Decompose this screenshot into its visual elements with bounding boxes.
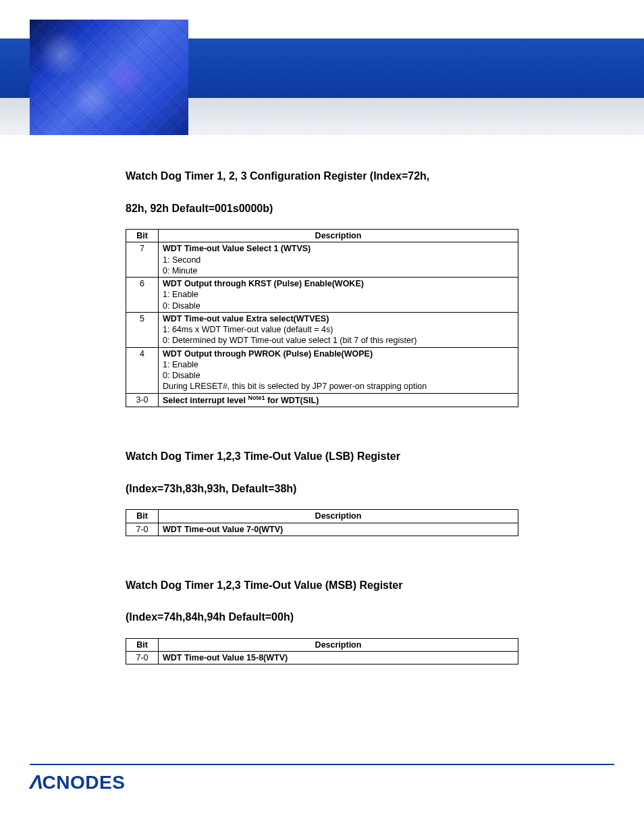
desc-cell: Select interrupt level Note1 for WDT(SIL… bbox=[159, 393, 518, 407]
desc-sup: Note1 bbox=[248, 394, 265, 401]
col-desc: Description bbox=[159, 510, 518, 523]
register-table-3: Bit Description 7-0 WDT Time-out Value 1… bbox=[126, 638, 518, 665]
col-bit: Bit bbox=[126, 230, 159, 242]
col-bit: Bit bbox=[126, 510, 159, 523]
desc-line: 0: Disable bbox=[163, 301, 200, 311]
desc-line: During LRESET#, this bit is selected by … bbox=[163, 382, 427, 391]
section-3-title-line1: Watch Dog Timer 1,2,3 Time-Out Value (MS… bbox=[126, 577, 518, 594]
bit-cell: 3-0 bbox=[126, 393, 159, 407]
desc-line: 1: 64ms x WDT Timer-out value (default =… bbox=[163, 325, 333, 334]
desc-cell: WDT Time-out value Extra select(WTVES) 1… bbox=[159, 312, 518, 347]
desc-title: WDT Time-out Value 15-8(WTV) bbox=[163, 653, 288, 662]
desc-line: 1: Enable bbox=[163, 290, 198, 299]
desc-line: 0: Minute bbox=[163, 266, 197, 276]
section-2-title-line2: (Index=73h,83h,93h, Default=38h) bbox=[126, 480, 518, 498]
table-row: 5 WDT Time-out value Extra select(WTVES)… bbox=[126, 312, 518, 347]
table-header-row: Bit Description bbox=[126, 638, 518, 651]
logo-lambda-icon: Λ bbox=[30, 771, 44, 793]
desc-line: 1: Enable bbox=[163, 360, 198, 369]
register-table-1: Bit Description 7 WDT Time-out Value Sel… bbox=[126, 229, 518, 407]
table-row: 7 WDT Time-out Value Select 1 (WTVS) 1: … bbox=[126, 242, 518, 278]
desc-title-prefix: Select interrupt level bbox=[163, 396, 248, 405]
table-row: 7-0 WDT Time-out Value 15-8(WTV) bbox=[126, 652, 518, 664]
col-bit: Bit bbox=[126, 638, 159, 651]
section-1-title-line1: Watch Dog Timer 1, 2, 3 Configuration Re… bbox=[126, 167, 518, 185]
section-3-title-line2: (Index=74h,84h,94h Default=00h) bbox=[126, 608, 518, 626]
desc-cell: WDT Time-out Value 7-0(WTV) bbox=[159, 523, 518, 536]
table-header-row: Bit Description bbox=[126, 230, 518, 242]
table-header-row: Bit Description bbox=[126, 510, 518, 523]
desc-title: WDT Time-out Value 7-0(WTV) bbox=[163, 525, 283, 534]
bit-cell: 7-0 bbox=[126, 523, 159, 536]
bit-cell: 7-0 bbox=[126, 652, 159, 664]
table-row: 6 WDT Output through KRST (Pulse) Enable… bbox=[126, 278, 518, 313]
desc-line: 1: Second bbox=[163, 255, 200, 265]
col-desc: Description bbox=[159, 230, 518, 242]
bit-cell: 5 bbox=[126, 312, 159, 347]
desc-cell: WDT Time-out Value Select 1 (WTVS) 1: Se… bbox=[159, 242, 518, 278]
register-table-2: Bit Description 7-0 WDT Time-out Value 7… bbox=[126, 509, 518, 536]
banner-pcb-image bbox=[30, 20, 188, 135]
desc-cell: WDT Output through PWROK (Pulse) Enable(… bbox=[159, 347, 518, 393]
bit-cell: 4 bbox=[126, 347, 159, 393]
table-row: 4 WDT Output through PWROK (Pulse) Enabl… bbox=[126, 347, 518, 393]
page-footer: ΛCNODES bbox=[30, 764, 614, 793]
desc-line: 0: Disable bbox=[163, 371, 200, 380]
desc-title-suffix: for WDT(SIL) bbox=[265, 396, 319, 405]
desc-title: WDT Output through KRST (Pulse) Enable(W… bbox=[163, 279, 364, 288]
footer-divider bbox=[30, 764, 614, 765]
table-row: 3-0 Select interrupt level Note1 for WDT… bbox=[126, 393, 518, 407]
desc-title: WDT Time-out value Extra select(WTVES) bbox=[163, 314, 329, 323]
bit-cell: 6 bbox=[126, 278, 159, 313]
col-desc: Description bbox=[159, 638, 518, 651]
pcb-texture bbox=[30, 20, 188, 135]
acnodes-logo: ΛCNODES bbox=[30, 771, 614, 793]
desc-title: WDT Output through PWROK (Pulse) Enable(… bbox=[163, 349, 373, 359]
section-1-title-line2: 82h, 92h Default=001s0000b) bbox=[126, 200, 518, 217]
header-banner bbox=[0, 0, 644, 135]
page-content: Watch Dog Timer 1, 2, 3 Configuration Re… bbox=[0, 135, 644, 664]
logo-text: CNODES bbox=[43, 772, 126, 793]
table-row: 7-0 WDT Time-out Value 7-0(WTV) bbox=[126, 523, 518, 536]
desc-title: WDT Time-out Value Select 1 (WTVS) bbox=[163, 244, 311, 253]
desc-cell: WDT Time-out Value 15-8(WTV) bbox=[159, 652, 518, 664]
section-2-title-line1: Watch Dog Timer 1,2,3 Time-Out Value (LS… bbox=[126, 448, 518, 465]
desc-cell: WDT Output through KRST (Pulse) Enable(W… bbox=[159, 278, 518, 313]
desc-line: 0: Determined by WDT Time-out value sele… bbox=[163, 336, 417, 345]
bit-cell: 7 bbox=[126, 242, 159, 278]
